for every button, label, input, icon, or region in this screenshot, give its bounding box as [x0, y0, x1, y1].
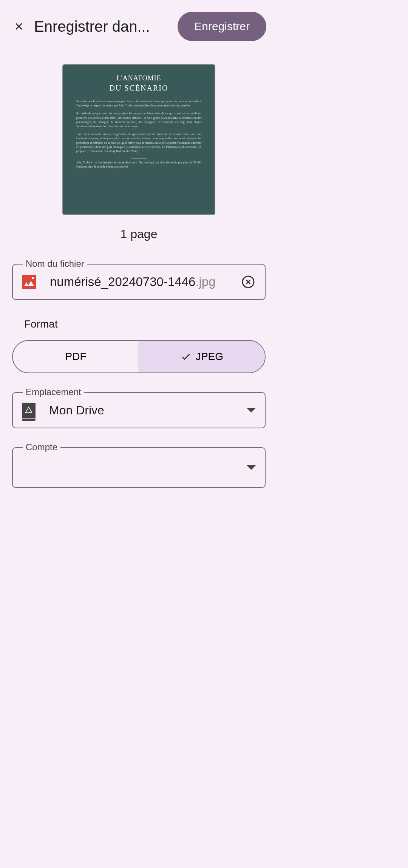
account-select[interactable]: [12, 447, 266, 488]
location-field: Emplacement Mon Drive: [12, 392, 266, 428]
scan-preview[interactable]: L'ANATOMIE DU SCÉNARIO Raconter une hist…: [62, 64, 215, 215]
location-legend: Emplacement: [23, 387, 84, 397]
chevron-down-icon: [247, 408, 256, 412]
format-option-pdf[interactable]: PDF: [13, 341, 139, 372]
drive-icon: [22, 403, 36, 418]
preview-para: Raconter une histoire ne s'improvise pas…: [76, 99, 201, 108]
chevron-down-icon: [247, 465, 256, 470]
format-segmented: PDF JPEG: [12, 340, 266, 373]
format-option-jpeg[interactable]: JPEG: [139, 341, 265, 372]
close-icon[interactable]: [11, 19, 26, 34]
save-button[interactable]: Enregistrer: [178, 12, 266, 41]
check-icon: [181, 351, 191, 362]
account-legend: Compte: [23, 442, 60, 452]
location-select[interactable]: Mon Drive: [12, 392, 266, 428]
account-field: Compte: [12, 447, 266, 488]
filename-legend: Nom du fichier: [23, 259, 87, 269]
form: Nom du fichier numérisé_20240730-1446.jp…: [0, 264, 278, 488]
divider: [131, 159, 147, 159]
image-file-icon: [22, 275, 36, 289]
filename-field: Nom du fichier numérisé_20240730-1446.jp…: [12, 264, 266, 300]
preview-container: L'ANATOMIE DU SCÉNARIO Raconter une hist…: [0, 53, 278, 245]
filename-input[interactable]: numérisé_20240730-1446.jpg: [50, 275, 227, 289]
preview-footer: John Truby vit à Los Angeles et donne de…: [76, 160, 201, 169]
preview-subtitle: DU SCÉNARIO: [110, 84, 168, 92]
preview-para: Dans cette nouvelle édition, augmentée d…: [76, 132, 201, 153]
header: Enregistrer dan... Enregistrer: [0, 0, 278, 53]
preview-para: Sa méthode unique nous fait entrer dans …: [76, 111, 201, 128]
filename-box[interactable]: numérisé_20240730-1446.jpg: [12, 264, 266, 300]
format-label: Format: [24, 318, 266, 330]
location-value: Mon Drive: [49, 403, 233, 417]
page-title: Enregistrer dan...: [34, 18, 170, 35]
clear-icon[interactable]: [241, 274, 256, 289]
page-count: 1 page: [121, 227, 158, 241]
preview-title: L'ANATOMIE: [117, 74, 161, 82]
